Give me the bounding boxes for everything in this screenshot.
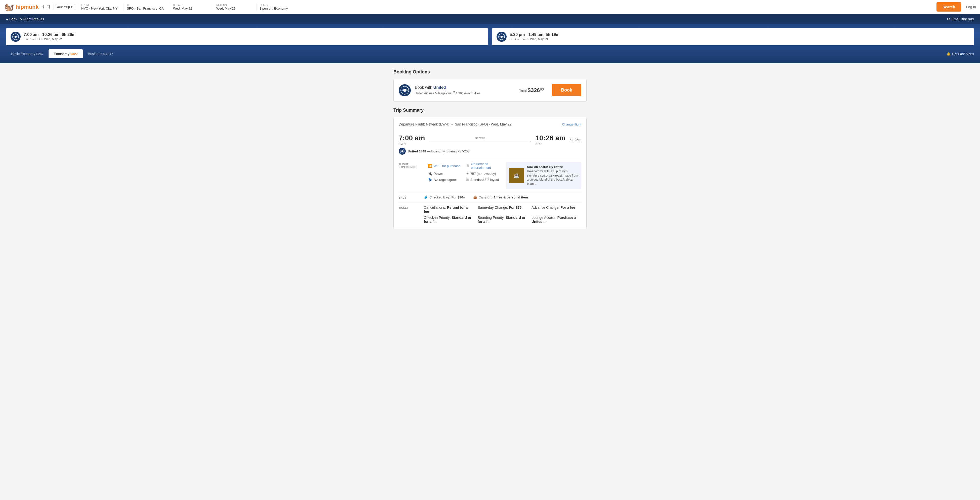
sameday-item: Same-day Change: For $75 — [478, 205, 528, 213]
flight-timing: 7:00 am EWR Nonstop → 10:26 am SFO 6h 26… — [399, 134, 581, 146]
illy-promo: ☕ Now on board: illy coffee Re-energize … — [506, 162, 581, 189]
trip-card: Departure Flight: Newark (EWR) → San Fra… — [393, 117, 587, 229]
route-line-bar — [429, 142, 528, 142]
trip-type-selector[interactable]: Roundtrip ▾ — [54, 4, 75, 10]
trip-type-chevron: ▾ — [71, 5, 73, 9]
tab-business[interactable]: Business $3,617 — [83, 49, 118, 58]
boarding-label: Boarding Priority: — [478, 215, 504, 220]
lounge-label: Lounge Access: — [531, 215, 557, 220]
mileage-info: United Airlines MileagePlusTM 1,386 Awar… — [415, 91, 515, 95]
depart-field[interactable]: Depart Wed, May 22 — [170, 3, 210, 11]
depart-value: Wed, May 22 — [173, 6, 207, 10]
sameday-value: For $75 — [509, 205, 522, 210]
return-field[interactable]: Return Wed, May 29 — [213, 3, 253, 11]
feature-legroom: 💺 Average legroom — [428, 178, 464, 182]
nonstop-indicator: Nonstop → — [429, 136, 531, 143]
illy-image: ☕ — [509, 168, 524, 183]
fare-alerts-label: Get Fare Alerts — [952, 52, 974, 56]
return-label: Return — [216, 4, 250, 6]
trip-summary-title: Trip Summary — [393, 108, 587, 113]
back-to-results-link[interactable]: ◂ Back To Flight Results — [6, 17, 44, 21]
features-columns: 📶 Wi-Fi for purchase 🖥 On-demand enterta… — [428, 162, 502, 189]
outbound-flight-card: 7:00 am - 10:26 am, 6h 26m EWR → SFO · W… — [6, 28, 488, 45]
change-flight-link[interactable]: Change flight — [562, 123, 581, 126]
economy-label: Economy — [54, 52, 70, 56]
login-button[interactable]: Log In — [966, 5, 976, 9]
arrive-block: 10:26 am SFO — [535, 134, 565, 146]
flight-experience-label: FLIGHT EXPERIENCE — [399, 162, 424, 189]
features-with-promo: 📶 Wi-Fi for purchase 🖥 On-demand enterta… — [428, 162, 581, 189]
ticket-label: TICKET — [399, 205, 424, 224]
email-itinerary-link[interactable]: ✉ Email Itinerary — [947, 17, 974, 21]
checked-bag-item: 🧳 Checked Bag: For $30+ — [424, 196, 465, 199]
mileage-program: United Airlines MileagePlus — [415, 92, 451, 95]
svg-point-5 — [403, 89, 406, 92]
carry-on-item: 👜 Carry-on: 1 free & personal item — [473, 196, 528, 199]
plane-icon: ✈ — [466, 172, 469, 175]
advance-label: Advance Change: — [531, 205, 559, 210]
depart-time: 7:00 am — [399, 134, 425, 142]
email-label: Email Itinerary — [951, 17, 974, 21]
back-arrow-icon: ◂ — [6, 17, 8, 21]
checkin-label: Check-in Priority: — [424, 215, 451, 220]
trip-type-label: Roundtrip — [56, 5, 70, 9]
logo-text: hipmunk — [16, 4, 39, 10]
business-price: $3,617 — [103, 52, 113, 56]
wifi-icon: 📶 — [428, 164, 432, 168]
ticket-section: TICKET Cancellations: Refund for a fee S… — [399, 205, 581, 224]
ticket-grid-row1: Cancellations: Refund for a fee Same-day… — [424, 205, 581, 224]
price-main: $326 — [528, 87, 540, 93]
tab-basic-economy[interactable]: Basic Economy $267 — [6, 49, 49, 58]
divider-2 — [399, 192, 581, 193]
to-label: To — [127, 4, 164, 6]
trip-summary-section: Trip Summary Departure Flight: Newark (E… — [393, 108, 587, 229]
divider-3 — [399, 202, 581, 202]
return-value: Wed, May 29 — [216, 6, 250, 10]
departure-route-text: Departure Flight: Newark (EWR) → San Fra… — [399, 122, 512, 126]
arrow-icon: → — [528, 140, 531, 143]
banner: ◂ Back To Flight Results ✉ Email Itinera… — [0, 14, 980, 64]
seats-field[interactable]: Seats 1 person, Economy — [256, 3, 297, 11]
united-logo — [399, 84, 411, 96]
booking-section: Booking Options Book with United United … — [393, 69, 587, 102]
outbound-flight-info: 7:00 am - 10:26 am, 6h 26m EWR → SFO · W… — [24, 32, 75, 41]
to-field[interactable]: To SFO - San Francisco, CA — [124, 3, 167, 11]
business-label: Business — [88, 52, 103, 56]
depart-airport: EWR — [399, 142, 425, 146]
screen-icon: 🖥 — [466, 164, 469, 168]
fare-alerts-button[interactable]: 🔔 Get Fare Alerts — [947, 52, 974, 56]
airline-mini-logo — [399, 148, 406, 154]
return-airline-logo — [496, 32, 507, 42]
outbound-date: Wed, May 22 — [44, 37, 62, 41]
book-button[interactable]: Book — [552, 84, 581, 96]
from-value: NYC - New York City, NY — [81, 6, 118, 10]
search-button[interactable]: Search — [937, 2, 961, 11]
carry-on-label: Carry-on: — [479, 196, 492, 199]
entertainment-link[interactable]: On-demand entertainment — [471, 162, 502, 169]
airline-row: United 1848 — Economy, Boeing 757-200 — [399, 148, 581, 154]
suitcase-icon: 🧳 — [424, 196, 428, 199]
depart-label: Depart — [173, 4, 207, 6]
from-field[interactable]: From NYC - New York City, NY — [78, 3, 121, 11]
total-label: Total — [519, 89, 527, 93]
feature-wifi: 📶 Wi-Fi for purchase — [428, 162, 464, 169]
feature-aircraft: ✈ 757 (narrowbody) — [466, 172, 502, 175]
to-value: SFO - San Francisco, CA — [127, 6, 164, 10]
illy-text: Now on board: illy coffee Re-energize wi… — [527, 165, 578, 186]
aircraft-details: Economy, Boeing 757-200 — [431, 150, 469, 153]
checked-bag-label: Checked Bag: — [430, 196, 450, 199]
route-line: → — [429, 140, 531, 143]
feature-power: 🔌 Power — [428, 172, 464, 175]
tab-economy[interactable]: Economy $327 — [49, 49, 83, 58]
advance-value: For a fee — [560, 205, 575, 210]
flight-experience-section: FLIGHT EXPERIENCE 📶 Wi-Fi for purchase 🖥… — [399, 162, 581, 189]
fare-tabs: Basic Economy $267 Economy $327 Business… — [0, 49, 980, 58]
nonstop-label: Nonstop — [475, 136, 485, 139]
feature-layout: ⊞ Standard 3-3 layout — [466, 178, 502, 182]
depart-block: 7:00 am EWR — [399, 134, 425, 146]
wifi-link[interactable]: Wi-Fi for purchase — [434, 164, 460, 168]
arrive-airport: SFO — [535, 142, 565, 146]
basic-economy-price: $267 — [36, 52, 43, 56]
outbound-details: EWR → SFO · Wed, May 22 — [24, 37, 75, 41]
banner-flights: 7:00 am - 10:26 am, 6h 26m EWR → SFO · W… — [0, 24, 980, 45]
